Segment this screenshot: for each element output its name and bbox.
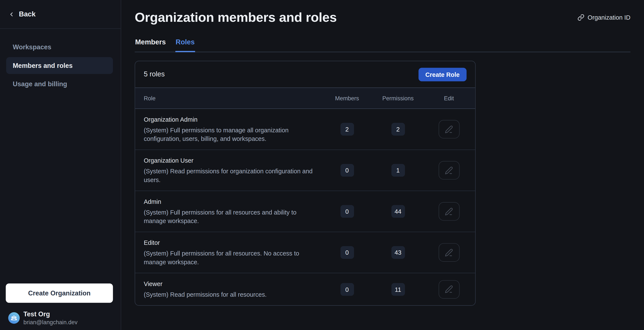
title-row: Organization members and roles Organizat… [135,10,630,25]
org-name: Test Org [24,310,78,318]
organization-id-link[interactable]: Organization ID [578,14,630,21]
back-button[interactable]: Back [0,0,121,29]
sidebar-item-usage-and-billing[interactable]: Usage and billing [6,76,113,92]
table-row: Organization Admin (System) Full permiss… [135,109,475,150]
create-role-button[interactable]: Create Role [418,68,467,81]
edit-role-button[interactable] [438,280,460,298]
tab-bar: Members Roles [135,38,630,52]
role-description: (System) Full permissions for all resour… [144,208,316,225]
tab-roles[interactable]: Roles [175,38,195,52]
roles-panel: 5 roles Create Role Role Members Permiss… [135,61,476,306]
role-cell: Viewer (System) Read permissions for all… [135,280,322,299]
table-row: Organization User (System) Read permissi… [135,150,475,191]
permissions-count-badge: 43 [391,246,405,259]
sidebar-nav: Workspaces Members and roles Usage and b… [0,29,121,92]
sidebar-item-members-and-roles[interactable]: Members and roles [6,57,113,74]
sidebar-item-workspaces[interactable]: Workspaces [6,39,113,56]
org-switcher[interactable]: Test Org brian@langchain.dev [0,303,121,330]
pencil-icon [445,207,453,216]
role-cell: Organization User (System) Read permissi… [135,156,322,184]
table-header: Role Members Permissions Edit [135,88,475,109]
org-email: brian@langchain.dev [24,318,78,326]
pencil-icon [445,248,453,256]
people-group-icon [10,314,18,322]
column-header-edit: Edit [423,95,474,102]
main-content: Organization members and roles Organizat… [121,0,644,330]
permissions-count-badge: 44 [391,205,405,218]
members-count-badge: 0 [340,164,354,177]
table-row: Viewer (System) Read permissions for all… [135,273,475,305]
roles-count: 5 roles [144,70,165,78]
members-count-badge: 0 [340,205,354,218]
members-count-badge: 0 [340,246,354,259]
sidebar-item-label: Workspaces [13,43,52,51]
sidebar-item-label: Usage and billing [13,80,67,88]
table-row: Admin (System) Full permissions for all … [135,191,475,232]
role-cell: Admin (System) Full permissions for all … [135,198,322,225]
link-icon [578,14,584,21]
page-title: Organization members and roles [135,10,337,25]
column-header-role: Role [135,95,322,102]
edit-role-button[interactable] [438,202,460,221]
sidebar-spacer [0,92,121,284]
avatar [8,312,20,324]
create-organization-button[interactable]: Create Organization [6,284,113,303]
pencil-icon [445,125,453,133]
role-description: (System) Full permissions for all resour… [144,249,316,266]
sidebar: Back Workspaces Members and roles Usage … [0,0,121,330]
permissions-count-badge: 1 [391,164,405,177]
org-info: Test Org brian@langchain.dev [24,310,78,326]
role-name: Editor [144,239,322,247]
organization-id-label: Organization ID [588,14,630,21]
edit-role-button[interactable] [438,120,460,138]
tab-members[interactable]: Members [135,38,166,52]
back-label: Back [19,10,36,18]
edit-role-button[interactable] [438,161,460,180]
role-name: Admin [144,198,322,206]
role-cell: Editor (System) Full permissions for all… [135,239,322,266]
pencil-icon [445,285,453,293]
sidebar-item-label: Members and roles [13,62,73,69]
role-description: (System) Read permissions for all resour… [144,290,316,298]
role-description: (System) Full permissions to manage all … [144,126,316,143]
roles-panel-header: 5 roles Create Role [135,61,475,88]
app: Back Workspaces Members and roles Usage … [0,0,644,330]
table-row: Editor (System) Full permissions for all… [135,232,475,273]
role-description: (System) Read permissions for organizati… [144,167,316,184]
permissions-count-badge: 2 [391,123,405,136]
chevron-left-icon [8,11,15,18]
pencil-icon [445,166,453,174]
members-count-badge: 0 [340,283,354,296]
role-name: Viewer [144,280,322,288]
role-name: Organization User [144,156,322,164]
column-header-permissions: Permissions [372,95,424,102]
members-count-badge: 2 [340,123,354,136]
permissions-count-badge: 11 [391,283,405,296]
edit-role-button[interactable] [438,243,460,262]
role-cell: Organization Admin (System) Full permiss… [135,116,322,143]
column-header-members: Members [322,95,372,102]
role-name: Organization Admin [144,116,322,124]
